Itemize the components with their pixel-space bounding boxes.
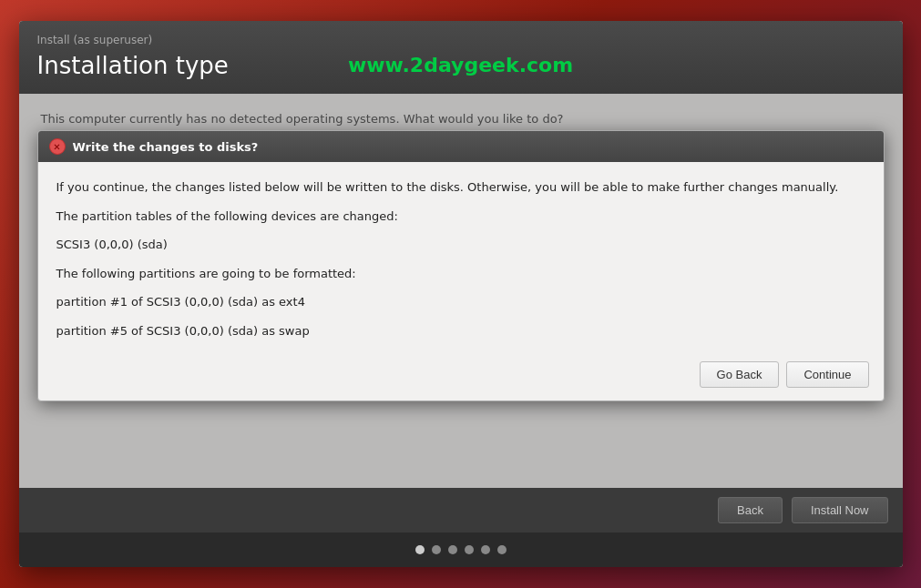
dots-bar (19, 532, 903, 567)
dialog-titlebar: Write the changes to disks? (38, 131, 884, 162)
action-bar: Back Install Now (19, 488, 903, 532)
dot-3 (448, 545, 457, 554)
dialog-buttons: Go Back Continue (38, 352, 884, 400)
dot-6 (497, 545, 507, 554)
page-title: Installation type (37, 52, 885, 79)
header: Install (as superuser) Installation type… (19, 21, 903, 94)
dialog: Write the changes to disks? If you conti… (37, 130, 885, 401)
dialog-partition1: partition #1 of SCSI3 (0,0,0) (sda) as e… (56, 293, 865, 311)
install-now-button[interactable]: Install Now (792, 497, 888, 523)
dialog-body: If you continue, the changes listed belo… (38, 162, 884, 352)
dialog-partition2: partition #5 of SCSI3 (0,0,0) (sda) as s… (56, 322, 865, 340)
back-button[interactable]: Back (718, 497, 783, 523)
dialog-body-line1: If you continue, the changes listed belo… (56, 178, 865, 197)
dot-1 (415, 545, 425, 554)
dialog-device: SCSI3 (0,0,0) (sda) (56, 236, 865, 254)
dot-2 (432, 545, 441, 554)
go-back-button[interactable]: Go Back (700, 361, 780, 388)
dot-4 (465, 545, 474, 554)
dialog-title: Write the changes to disks? (73, 140, 259, 154)
dialog-format-header: The following partitions are going to be… (56, 265, 865, 283)
dot-5 (481, 545, 490, 554)
dialog-close-button[interactable] (49, 138, 66, 155)
main-window: Install (as superuser) Installation type… (19, 21, 903, 567)
dialog-partition-header: The partition tables of the following de… (56, 208, 865, 226)
main-content: This computer currently has no detected … (19, 94, 903, 488)
superuser-label: Install (as superuser) (37, 34, 885, 46)
continue-button[interactable]: Continue (786, 361, 868, 388)
